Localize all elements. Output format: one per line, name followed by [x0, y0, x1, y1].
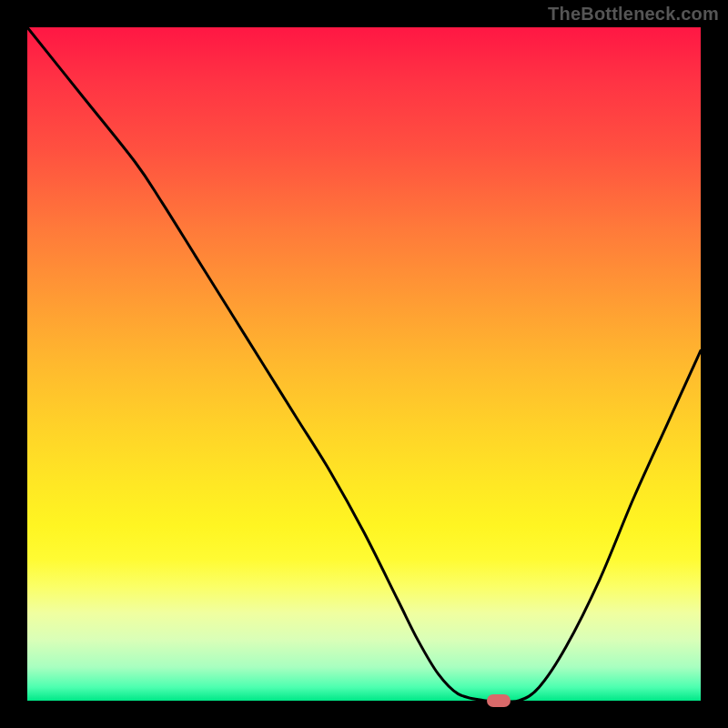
watermark-text: TheBottleneck.com — [548, 4, 719, 25]
optimal-marker — [487, 694, 511, 707]
curve-svg — [27, 27, 701, 701]
bottleneck-curve-path — [27, 27, 701, 701]
chart-frame: TheBottleneck.com — [0, 0, 728, 728]
plot-area — [27, 27, 701, 701]
